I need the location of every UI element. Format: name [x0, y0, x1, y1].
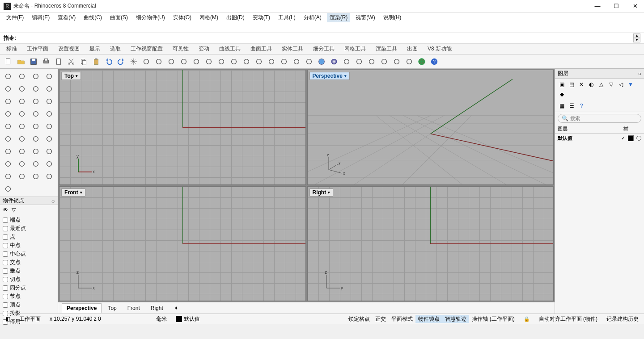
tool-dim2[interactable]: [43, 146, 55, 157]
osnap-check-9[interactable]: [3, 294, 8, 299]
osnap-check-6[interactable]: [3, 268, 8, 274]
status-toggle-5[interactable]: 操作轴 (工作平面): [469, 315, 517, 323]
osnap-8[interactable]: 四分点: [3, 284, 55, 292]
tool-cyl[interactable]: [16, 108, 28, 120]
menu-14[interactable]: 说明(H): [381, 13, 404, 22]
osnap-check-7[interactable]: [3, 277, 8, 282]
tool-sphere-s[interactable]: [2, 121, 14, 132]
layer-view-list-icon[interactable]: ▦: [558, 102, 566, 110]
layer-moveup-icon[interactable]: △: [597, 80, 605, 88]
env-icon[interactable]: [353, 56, 365, 67]
command-spin[interactable]: ▲▼: [633, 33, 640, 42]
cut-icon[interactable]: [65, 56, 77, 67]
layer-color-swatch[interactable]: [628, 135, 634, 141]
layer-sublayer-icon[interactable]: ▤: [568, 80, 576, 88]
osnap-check-10[interactable]: [3, 302, 8, 308]
4view-icon[interactable]: [228, 56, 240, 67]
tool-pipe[interactable]: [16, 121, 28, 132]
status-toggle-3[interactable]: 物件锁点: [415, 315, 442, 323]
material-icon[interactable]: [341, 56, 352, 67]
viewport-front[interactable]: Front▾ x z: [59, 186, 306, 301]
osnap-0[interactable]: 端点: [3, 216, 55, 224]
cull-icon[interactable]: [266, 56, 277, 67]
tool-lasso[interactable]: [16, 71, 28, 82]
tool-poly[interactable]: [43, 133, 55, 145]
layer-up-icon[interactable]: ◐: [587, 80, 595, 88]
file-icon[interactable]: [53, 56, 64, 67]
menu-10[interactable]: 工具(L): [275, 13, 298, 22]
globe-icon[interactable]: [416, 56, 428, 67]
status-cplane[interactable]: 工作平面: [17, 315, 43, 323]
save-icon[interactable]: [28, 56, 39, 67]
osnap-3[interactable]: 中点: [3, 241, 55, 250]
target-icon[interactable]: [216, 56, 227, 67]
osnap-9[interactable]: 节点: [3, 292, 55, 301]
viewport-tab-perspective[interactable]: Perspective: [62, 303, 102, 313]
tool-rect[interactable]: [43, 83, 55, 95]
toolbar-tab-12[interactable]: 网格工具: [342, 44, 369, 54]
viewport-tab-add[interactable]: ✦: [169, 304, 183, 313]
layer-view-tree-icon[interactable]: ☰: [568, 102, 576, 110]
osnap-check-2[interactable]: [3, 234, 8, 240]
toolbar-tab-5[interactable]: 工作视窗配置: [128, 44, 165, 54]
lock-icon[interactable]: 🔒: [521, 316, 533, 322]
osnap-check-3[interactable]: [3, 243, 8, 248]
cplane-icon[interactable]: [253, 56, 265, 67]
maximize-button[interactable]: ☐: [611, 2, 622, 11]
tool-box[interactable]: [2, 108, 14, 120]
tool-mesh2[interactable]: [2, 146, 14, 157]
toolbar-tab-11[interactable]: 细分工具: [310, 44, 337, 54]
status-toggle-4[interactable]: 智慧轨迹: [442, 315, 469, 323]
menu-5[interactable]: 细分物件(U): [133, 13, 168, 22]
menu-9[interactable]: 变动(T): [250, 13, 273, 22]
layer-movedown-icon[interactable]: ▽: [607, 80, 615, 88]
viewport-top[interactable]: Top▾ x y: [59, 70, 306, 185]
tool-arrow2[interactable]: [2, 183, 14, 195]
zoom-scale-icon[interactable]: [203, 56, 215, 67]
tool-torus[interactable]: [43, 108, 55, 120]
tool-boom[interactable]: [2, 133, 14, 145]
copy-icon[interactable]: [78, 56, 89, 67]
osnap-check-11[interactable]: [3, 311, 8, 316]
toolbar-tab-0[interactable]: 标准: [4, 44, 20, 54]
open-icon[interactable]: [15, 56, 27, 67]
menu-2[interactable]: 查看(V): [55, 13, 78, 22]
osnap-10[interactable]: 顶点: [3, 301, 55, 309]
toolbar-tab-8[interactable]: 曲线工具: [216, 44, 243, 54]
print-icon[interactable]: [40, 56, 52, 67]
osnap-close-icon[interactable]: ○: [51, 197, 55, 205]
tool-text[interactable]: [16, 146, 28, 157]
zoom-sel-icon[interactable]: [191, 56, 202, 67]
tool-dim[interactable]: [30, 146, 42, 157]
status-toggle-0[interactable]: 锁定格点: [346, 315, 373, 323]
status-record-history[interactable]: 记录建构历史: [604, 314, 641, 324]
sun-icon[interactable]: [278, 56, 290, 67]
render-icon[interactable]: [316, 56, 327, 67]
tool-sweep[interactable]: [16, 96, 28, 107]
status-toggle-1[interactable]: 正交: [373, 315, 389, 323]
menu-12[interactable]: 渲染(R): [327, 13, 351, 22]
status-units[interactable]: 毫米: [153, 315, 169, 323]
osnap-1[interactable]: 最近点: [3, 224, 55, 233]
menu-8[interactable]: 出图(D): [224, 13, 247, 22]
sphere-icon[interactable]: [328, 56, 340, 67]
tool-arc[interactable]: [30, 83, 42, 95]
status-autocplane[interactable]: 自动对齐工作平面 (物件): [536, 314, 600, 324]
zoom-ext-icon[interactable]: [178, 56, 190, 67]
toolbar-tab-9[interactable]: 曲面工具: [248, 44, 275, 54]
tool-bool-d[interactable]: [43, 121, 55, 132]
viewport-top-menu-icon[interactable]: ▾: [76, 74, 78, 78]
redo-icon[interactable]: [115, 56, 127, 67]
toolbar-tab-1[interactable]: 工作平面: [24, 44, 51, 54]
layer-material-swatch[interactable]: [636, 136, 641, 141]
mat-icon-icon[interactable]: [366, 56, 377, 67]
print2-icon[interactable]: [403, 56, 415, 67]
layer-filter-icon[interactable]: ▼: [627, 80, 635, 88]
tool-line[interactable]: [30, 71, 42, 82]
status-layer[interactable]: 默认值: [173, 315, 203, 323]
osnap-check-4[interactable]: [3, 251, 8, 257]
menu-7[interactable]: 网格(M): [197, 13, 221, 22]
rotate-icon[interactable]: [140, 56, 152, 67]
layer-search-input[interactable]: [570, 116, 637, 121]
osnap-filter-icon[interactable]: ▽: [12, 207, 16, 213]
